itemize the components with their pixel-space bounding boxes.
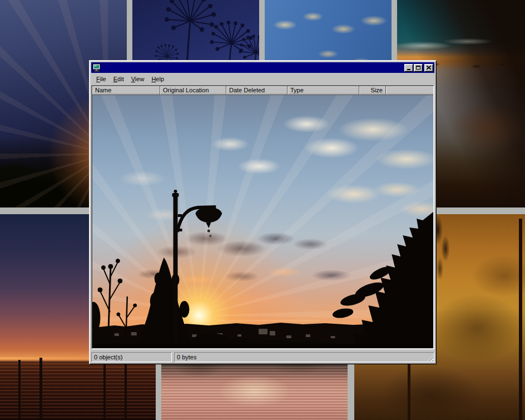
column-header-row: Name Original Location Date Deleted Type… — [92, 86, 433, 95]
column-header-type[interactable]: Type — [288, 86, 359, 95]
minimize-icon — [407, 69, 410, 70]
column-header-original-location[interactable]: Original Location — [160, 86, 226, 95]
column-header-name[interactable]: Name — [92, 86, 160, 95]
close-button[interactable] — [424, 64, 433, 72]
photo-pole — [519, 219, 522, 420]
menu-bar: File Edit View Help — [91, 73, 434, 85]
status-object-count: 0 object(s) — [91, 352, 172, 362]
list-content-photo[interactable] — [92, 95, 433, 348]
column-header-date-deleted[interactable]: Date Deleted — [226, 86, 288, 95]
column-header-blank[interactable] — [386, 86, 433, 95]
menu-file[interactable]: File — [93, 75, 110, 84]
water-pole — [39, 358, 42, 420]
list-view: Name Original Location Date Deleted Type… — [91, 85, 434, 349]
maximize-icon — [416, 66, 420, 70]
minimize-button[interactable] — [404, 64, 413, 72]
desktop: File Edit View Help Name Original Locati… — [0, 0, 525, 420]
column-header-size[interactable]: Size — [359, 86, 386, 95]
water-pole — [125, 362, 127, 420]
photo-pole — [408, 363, 410, 420]
maximize-button[interactable] — [414, 64, 423, 72]
resize-grip-icon[interactable] — [427, 354, 433, 361]
water-pole — [18, 360, 21, 420]
water-ripples — [161, 367, 348, 420]
status-size: 0 bytes — [174, 352, 434, 362]
water-streaks — [0, 360, 156, 420]
computer-icon — [92, 63, 101, 72]
cypress-silhouette — [136, 258, 192, 348]
menu-help[interactable]: Help — [148, 75, 168, 84]
title-bar[interactable] — [91, 62, 434, 73]
menu-view[interactable]: View — [128, 75, 148, 84]
explorer-window: File Edit View Help Name Original Locati… — [89, 60, 437, 364]
sunset-silhouettes — [92, 95, 433, 348]
water-pole — [103, 360, 106, 420]
status-size-text: 0 bytes — [177, 354, 196, 360]
status-bar: 0 object(s) 0 bytes — [91, 350, 434, 362]
close-icon — [427, 66, 431, 70]
menu-edit[interactable]: Edit — [110, 75, 128, 84]
